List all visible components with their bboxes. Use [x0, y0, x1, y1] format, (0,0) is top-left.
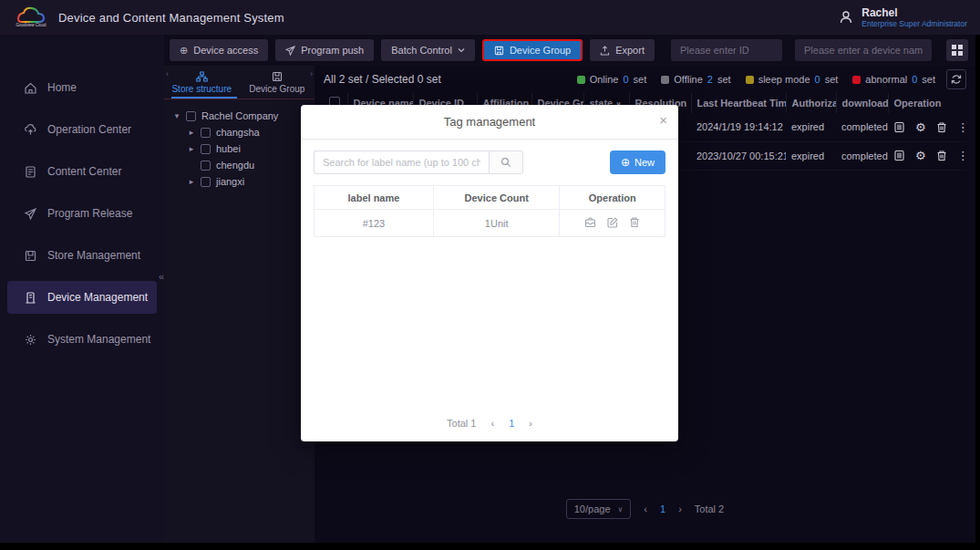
batch-control-button[interactable]: Batch Control: [381, 39, 475, 61]
cell-authorization: expired: [786, 113, 836, 141]
tab-store-structure[interactable]: Store structure: [164, 66, 240, 99]
caret-down-icon[interactable]: ▾: [173, 111, 181, 120]
tabs-scroll-right[interactable]: ›: [310, 69, 313, 78]
cell-download: completed: [836, 141, 888, 170]
prev-page-button[interactable]: ‹: [644, 503, 647, 514]
home-icon: [24, 81, 37, 95]
device-access-button[interactable]: ⊕ Device access: [170, 39, 268, 61]
grid-icon: [952, 45, 963, 56]
delete-trash-icon[interactable]: [629, 216, 640, 228]
search-device-name-input[interactable]: [795, 39, 932, 61]
send-icon: [285, 46, 295, 56]
tree-node-chengdu[interactable]: chengdu: [188, 157, 315, 173]
label-search-input[interactable]: [314, 150, 489, 174]
col-download: download: [836, 93, 888, 113]
user-role: Enterprise Super Administrator: [861, 19, 967, 28]
current-page[interactable]: 1: [660, 503, 665, 514]
search-id-input[interactable]: [671, 39, 782, 61]
next-page-button[interactable]: ›: [678, 503, 682, 514]
sidebar-item-label: Home: [47, 81, 77, 94]
tab-device-group[interactable]: Device Group: [240, 66, 315, 99]
sidebar-item-system-management[interactable]: System Management: [7, 323, 157, 356]
cell-heartbeat: 2024/1/19 19:14:12: [691, 113, 786, 141]
settings-gear-icon[interactable]: ⚙: [915, 150, 926, 161]
sidebar-item-program-release[interactable]: Program Release: [7, 197, 157, 230]
page-size-select[interactable]: 10/page ∨: [566, 499, 632, 519]
delete-trash-icon[interactable]: [936, 150, 947, 161]
brand-logo: Goodview Cloud: [13, 5, 49, 30]
caret-right-icon[interactable]: ▸: [188, 144, 195, 153]
store-tree: ▾ Rachel Company ▸ changsha ▸: [164, 99, 315, 190]
user-menu[interactable]: Rachel Enterprise Super Administrator: [838, 7, 967, 28]
more-actions-icon[interactable]: ⋮: [957, 150, 966, 161]
tree-checkbox[interactable]: [201, 177, 211, 187]
sidebar-item-label: Device Management: [47, 291, 148, 304]
col-last-heartbeat: Last Heartbeat Time: [691, 93, 786, 113]
sidebar-item-label: Program Release: [47, 207, 132, 220]
caret-right-icon[interactable]: ▸: [188, 177, 195, 186]
plus-circle-icon: ⊕: [180, 45, 188, 57]
next-page-button[interactable]: ›: [529, 418, 532, 429]
sleep-mode-dot: [746, 76, 754, 84]
app-root: Goodview Cloud Device and Content Manage…: [0, 0, 980, 550]
store-management-icon: [24, 249, 37, 263]
tree-node-hubei[interactable]: ▸ hubei: [188, 140, 315, 157]
close-icon[interactable]: ×: [659, 112, 667, 128]
prev-page-button[interactable]: ‹: [490, 418, 494, 429]
program-release-icon: [24, 207, 37, 221]
chevron-down-icon: ∨: [618, 505, 624, 514]
more-actions-icon[interactable]: ⋮: [957, 121, 966, 133]
delete-trash-icon[interactable]: [936, 121, 947, 133]
content-center-icon: [24, 165, 37, 179]
dialog-total: Total 1: [447, 418, 476, 429]
tree-checkbox[interactable]: [201, 128, 211, 138]
legend-online: Online 0 set: [577, 74, 647, 85]
layout-grid-button[interactable]: [946, 39, 968, 61]
tree-node-root[interactable]: ▾ Rachel Company: [173, 108, 315, 124]
sidebar-item-home[interactable]: Home: [7, 71, 157, 104]
archive-box-icon[interactable]: [584, 217, 596, 228]
cell-authorization: expired: [786, 141, 836, 170]
tree-checkbox[interactable]: [201, 144, 211, 154]
sidebar-item-content-center[interactable]: Content Center: [7, 155, 157, 188]
logo-text: Goodview Cloud: [15, 23, 46, 27]
search-button[interactable]: [489, 150, 523, 174]
tabs-scroll-left[interactable]: ‹: [166, 69, 169, 78]
user-icon: [838, 9, 854, 26]
edit-icon[interactable]: [607, 217, 618, 228]
tree-checkbox[interactable]: [186, 111, 196, 121]
tag-name: #123: [315, 210, 434, 237]
screen-preview-icon[interactable]: [893, 121, 905, 133]
sidebar-item-device-management[interactable]: Device Management: [7, 281, 157, 314]
refresh-button[interactable]: [946, 69, 966, 89]
plus-circle-icon: ⊕: [621, 156, 630, 169]
new-tag-button[interactable]: ⊕ New: [610, 150, 665, 174]
program-push-button[interactable]: Program push: [275, 39, 374, 61]
dialog-title: Tag management: [444, 115, 535, 129]
tag-device-count: 1Unit: [433, 210, 560, 237]
tree-node-changsha[interactable]: ▸ changsha: [188, 124, 315, 140]
device-group-button[interactable]: Device Group: [482, 39, 583, 61]
current-page[interactable]: 1: [509, 418, 514, 429]
sidebar-item-store-management[interactable]: Store Management: [7, 239, 157, 272]
sidebar-item-label: Store Management: [47, 249, 140, 262]
user-name: Rachel: [861, 7, 967, 19]
sidebar-nav: Home Operation Center Content Center Pro…: [0, 35, 164, 543]
tree-checkbox[interactable]: [201, 161, 211, 171]
org-structure-icon: [196, 71, 208, 82]
sidebar-item-operation-center[interactable]: Operation Center: [7, 113, 157, 146]
cell-heartbeat: 2023/10/27 00:15:21: [691, 141, 786, 170]
refresh-icon: [951, 74, 962, 85]
settings-gear-icon[interactable]: ⚙: [915, 121, 926, 133]
sidebar-item-label: Operation Center: [47, 123, 131, 136]
operation-center-icon: [24, 123, 37, 137]
tree-node-jiangxi[interactable]: ▸ jiangxi: [188, 173, 315, 190]
caret-right-icon[interactable]: ▸: [188, 128, 195, 137]
online-dot: [577, 76, 585, 84]
tag-management-dialog: Tag management × ⊕ New label: [301, 105, 678, 441]
device-toolbar: ⊕ Device access Program push Batch Contr…: [164, 35, 975, 66]
screen-preview-icon[interactable]: [893, 150, 905, 161]
export-button[interactable]: Export: [590, 39, 655, 61]
dialog-pagination: Total 1 ‹ 1 ›: [301, 418, 678, 429]
legend-sleep-mode: sleep mode 0 set: [746, 74, 839, 85]
